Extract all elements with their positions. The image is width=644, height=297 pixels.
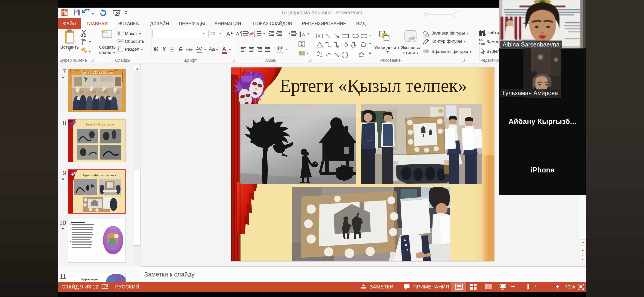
- svg-text:Ертегі «Жыл басы»: Ертегі «Жыл басы»: [80, 70, 113, 75]
- svg-text:P: P: [62, 10, 66, 16]
- svg-text:ac: ac: [481, 42, 485, 46]
- svg-text:Ертегі «Жыл басы»: Ертегі «Жыл басы»: [86, 122, 115, 126]
- svg-text:Ертеги «Қызыл телпек»: Ертеги «Қызыл телпек»: [83, 174, 116, 177]
- svg-text:ab: ab: [479, 38, 482, 42]
- svg-text:Қорытынды: Қорытынды: [81, 278, 98, 281]
- svg-text:A: A: [302, 32, 305, 37]
- svg-text:3: 3: [254, 35, 255, 37]
